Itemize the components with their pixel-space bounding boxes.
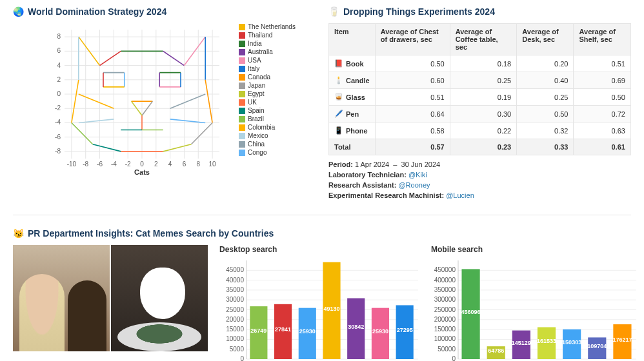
- panel2-title-text: Dropping Things Experiments 2024: [343, 6, 495, 17]
- table-cell: 0.20: [517, 55, 574, 72]
- table-cell: 0.72: [574, 106, 631, 122]
- svg-text:-6: -6: [97, 161, 103, 168]
- table-cell: 0.50: [375, 55, 450, 72]
- table-header: Item: [329, 24, 376, 55]
- legend-item: Egypt: [239, 90, 310, 97]
- legend-swatch: [239, 108, 245, 114]
- table-cell: 0.40: [517, 72, 574, 89]
- item-icon: 🕯️: [334, 76, 343, 84]
- table-cell: 0.50: [517, 106, 574, 122]
- table-cell: 0.58: [375, 122, 450, 139]
- table-cell: 0.23: [450, 139, 517, 155]
- bar-value: 150303: [562, 339, 581, 346]
- cat-legend: The Netherlands Thailand India Australia…: [239, 23, 310, 178]
- item-icon: 🖊️: [334, 110, 343, 118]
- cat-line-chart: -10-8-6-4-20246810 -8-6-4-202468 Cats Th…: [13, 23, 316, 178]
- legend-swatch: [239, 74, 245, 81]
- table-cell: 0.57: [375, 139, 450, 155]
- legend-label: India: [248, 40, 262, 47]
- legend-item: USA: [239, 57, 310, 64]
- panel1-title-text: World Domination Strategy 2024: [28, 6, 166, 17]
- legend-item: Australia: [239, 48, 310, 55]
- bar-value: 27841: [275, 326, 291, 333]
- legend-swatch: [239, 141, 245, 148]
- role-user-link[interactable]: @Kiki: [408, 171, 427, 179]
- legend-label: The Netherlands: [248, 23, 296, 30]
- table-total-row: Total 0.570.230.330.61: [329, 139, 631, 155]
- legend-item: India: [239, 40, 310, 47]
- role-label: Laboratory Technician:: [328, 171, 407, 179]
- svg-text:10: 10: [209, 161, 217, 168]
- panel1-title: 🌏 World Domination Strategy 2024: [13, 6, 316, 17]
- legend-item: Spain: [239, 107, 310, 114]
- svg-line-32: [72, 80, 79, 123]
- svg-text:0: 0: [140, 161, 144, 168]
- item-name: Candle: [346, 77, 370, 84]
- period-to: 30 Jun 2024: [401, 161, 441, 168]
- bar-value: 27295: [397, 327, 413, 333]
- legend-swatch: [239, 24, 245, 30]
- svg-text:2: 2: [57, 76, 61, 83]
- svg-line-21: [100, 51, 121, 65]
- role-user-link[interactable]: @Lucien: [446, 191, 474, 199]
- svg-text:200000: 200000: [434, 316, 456, 323]
- legend-label: Egypt: [248, 90, 265, 97]
- legend-item: Canada: [239, 73, 310, 81]
- legend-item: The Netherlands: [239, 23, 310, 30]
- legend-swatch: [239, 124, 245, 131]
- svg-text:-6: -6: [55, 133, 61, 141]
- cat-xaxis-label: Cats: [134, 168, 150, 176]
- svg-text:-4: -4: [55, 119, 61, 126]
- bar-value: 25930: [372, 328, 388, 335]
- table-row: 🕯️ Candle 0.600.250.400.69: [329, 72, 631, 89]
- legend-label: Brazil: [248, 115, 264, 122]
- table-cell: 0.61: [574, 139, 631, 155]
- table-row: 📕 Book 0.500.180.200.51: [329, 55, 631, 72]
- legend-label: Italy: [248, 65, 259, 72]
- svg-text:8: 8: [196, 161, 200, 168]
- svg-text:100000: 100000: [434, 335, 456, 342]
- item-name: Glass: [346, 93, 365, 101]
- svg-text:25000: 25000: [226, 306, 244, 313]
- svg-text:450000: 450000: [434, 266, 456, 273]
- table-cell: 0.32: [517, 122, 574, 139]
- legend-label: Thailand: [248, 32, 272, 39]
- period-label: Period:: [328, 161, 353, 168]
- svg-text:15000: 15000: [226, 326, 244, 333]
- globe-icon: 🌏: [13, 6, 24, 17]
- bar-value: 64786: [488, 347, 504, 354]
- panel3-title-text: PR Department Insights: Cat Memes Search…: [28, 228, 274, 239]
- svg-text:0: 0: [452, 355, 456, 361]
- legend-label: Australia: [248, 48, 273, 55]
- desktop-chart-title: Desktop search: [219, 245, 419, 254]
- svg-text:8: 8: [57, 33, 61, 40]
- table-cell: 0.22: [450, 122, 517, 139]
- legend-label: Spain: [248, 107, 265, 114]
- svg-text:-8: -8: [55, 148, 61, 155]
- bar-value: 161533: [537, 338, 556, 344]
- legend-item: Brazil: [239, 115, 310, 122]
- svg-text:300000: 300000: [434, 296, 456, 303]
- table-cell: 0.60: [375, 72, 450, 89]
- svg-text:150000: 150000: [434, 326, 456, 333]
- legend-swatch: [239, 32, 245, 39]
- svg-text:5000: 5000: [230, 346, 245, 353]
- bar-value: 176217: [612, 337, 632, 343]
- legend-item: Congo: [239, 149, 310, 156]
- period-sep: –: [393, 161, 397, 168]
- legend-swatch: [239, 57, 245, 64]
- svg-text:2: 2: [154, 161, 158, 168]
- table-cell: 0.25: [517, 89, 574, 106]
- role-user-link[interactable]: @Rooney: [398, 181, 430, 189]
- svg-text:20000: 20000: [226, 316, 244, 323]
- item-icon: 🥃: [334, 93, 343, 101]
- item-name: Phone: [346, 127, 368, 135]
- svg-line-30: [93, 144, 121, 151]
- total-label: Total: [329, 139, 376, 155]
- table-cell: 0.25: [450, 72, 517, 89]
- svg-text:-2: -2: [55, 104, 61, 112]
- legend-label: USA: [248, 57, 261, 64]
- svg-line-28: [163, 144, 192, 151]
- legend-item: Italy: [239, 65, 310, 72]
- bar-value: 145129: [512, 340, 531, 346]
